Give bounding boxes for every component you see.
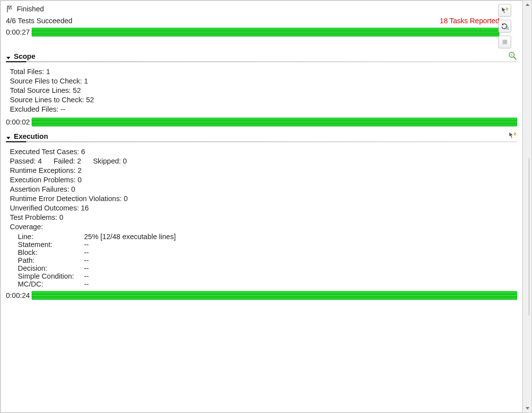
- test-results-panel: Finished 4/6 Tests Succeeded 18 Tasks Re…: [1, 1, 522, 412]
- failed-count: Failed: 2: [54, 157, 82, 165]
- scope-elapsed: 0:00:02: [6, 118, 32, 126]
- coverage-heading: Coverage:: [10, 223, 515, 231]
- stop-button[interactable]: [498, 36, 511, 48]
- scope-header[interactable]: Scope: [1, 52, 522, 61]
- cov-decision-label: Decision:: [10, 264, 84, 272]
- test-problems: Test Problems: 0: [10, 213, 515, 221]
- cov-mcdc-label: MC/DC:: [10, 280, 84, 288]
- scope-body: Total Files: 1 Source Files to Check: 1 …: [1, 61, 522, 117]
- cov-decision-val: --: [84, 264, 89, 272]
- skipped-count: Skipped: 0: [93, 157, 127, 165]
- cov-path-val: --: [84, 256, 89, 264]
- tasks-reported-link[interactable]: 18 Tasks Reported: [440, 17, 499, 25]
- scope-title: Scope: [14, 52, 36, 60]
- scope-source-lines-check: Source Lines to Check: 52: [10, 96, 515, 104]
- cov-statement-val: --: [84, 241, 89, 248]
- scroll-down-icon[interactable]: [523, 404, 532, 413]
- execution-elapsed: 0:00:24: [6, 291, 32, 299]
- scope-progress-bar: [32, 118, 517, 126]
- cov-line-label: Line:: [10, 233, 84, 241]
- svg-rect-1: [503, 40, 507, 44]
- assertion-failures: Assertion Failures: 0: [10, 185, 515, 193]
- svg-point-6: [511, 54, 513, 56]
- chevron-down-icon: [6, 54, 11, 59]
- overall-progress-bar: [32, 28, 499, 37]
- status-row: Finished: [1, 1, 522, 15]
- svg-rect-2: [8, 6, 9, 7]
- magnifier-icon[interactable]: [508, 51, 517, 60]
- tests-succeeded: 4/6 Tests Succeeded: [6, 17, 72, 25]
- cov-block-label: Block:: [10, 248, 84, 256]
- execution-header[interactable]: Execution: [1, 132, 522, 141]
- cursor-bolt-button[interactable]: [498, 4, 511, 17]
- cursor-lightning-icon[interactable]: [508, 131, 517, 140]
- svg-rect-3: [10, 6, 11, 7]
- status-title: Finished: [17, 5, 44, 13]
- passed-count: Passed: 4: [10, 157, 42, 165]
- scope-total-files: Total Files: 1: [10, 68, 515, 76]
- cov-mcdc-val: --: [84, 280, 89, 288]
- scope-total-source-lines: Total Source Lines: 52: [10, 86, 515, 94]
- cov-simplecond-val: --: [84, 272, 89, 280]
- execution-title: Execution: [14, 132, 48, 140]
- overall-elapsed: 0:00:27: [6, 28, 32, 36]
- chevron-down-icon: [6, 134, 11, 139]
- cov-line-val: 25% [12/48 executable lines]: [84, 233, 176, 241]
- cov-simplecond-label: Simple Condition:: [10, 272, 84, 280]
- finish-flag-icon: [6, 5, 14, 13]
- executed-cases: Executed Test Cases: 6: [10, 148, 515, 156]
- execution-body: Executed Test Cases: 6 Passed: 4 Failed:…: [1, 141, 522, 290]
- cov-statement-label: Statement:: [10, 241, 84, 248]
- runtime-exceptions: Runtime Exceptions: 2: [10, 166, 515, 174]
- scroll-thumb[interactable]: [529, 158, 530, 316]
- runtime-error-detection: Runtime Error Detection Violations: 0: [10, 195, 515, 203]
- cov-block-val: --: [84, 248, 89, 256]
- vertical-scrollbar[interactable]: [523, 0, 532, 413]
- unverified-outcomes: Unverified Outcomes: 16: [10, 204, 515, 212]
- execution-problems: Execution Problems: 0: [10, 176, 515, 184]
- scope-excluded-files: Excluded Files: --: [10, 105, 515, 113]
- execution-progress-bar: [32, 291, 517, 300]
- refresh-tasks-button[interactable]: [498, 20, 511, 33]
- svg-rect-4: [9, 7, 10, 8]
- scope-source-files-check: Source Files to Check: 1: [10, 77, 515, 85]
- cov-path-label: Path:: [10, 256, 84, 264]
- scroll-up-icon[interactable]: [523, 0, 532, 9]
